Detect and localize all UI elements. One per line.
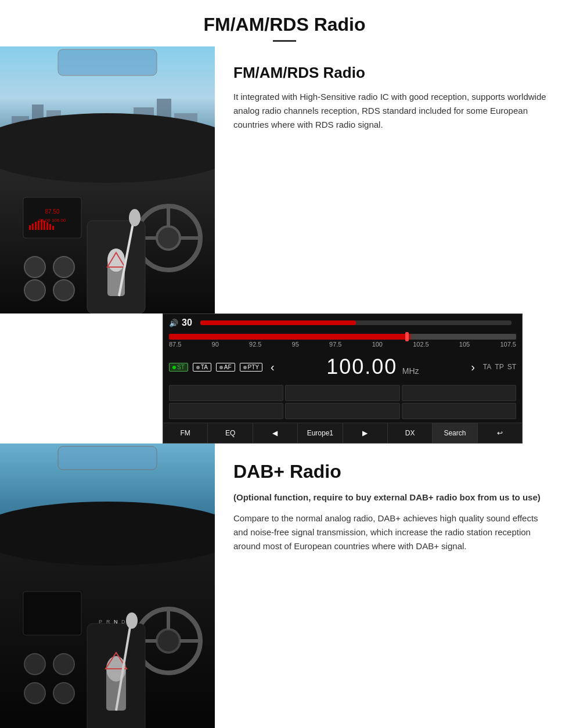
dab-section: P R N D DAB+ Radio (Optional function, r… — [0, 444, 569, 728]
freq-unit: MHz — [402, 366, 419, 376]
preset-4[interactable] — [169, 403, 283, 419]
svg-text:98.00 106.00: 98.00 106.00 — [39, 218, 66, 223]
fm-description: It integrated with High-Sensitive radio … — [233, 90, 550, 132]
right-badges: TA TP ST — [483, 363, 516, 371]
st-badge[interactable]: ST — [169, 363, 188, 372]
next-btn[interactable]: ▶ — [343, 423, 388, 443]
tp-badge: TP — [495, 363, 503, 371]
search-btn[interactable]: Search — [433, 423, 477, 443]
freq-slider[interactable]: 87.59092.59597.5 100102.5105107.5 — [163, 331, 522, 352]
eq-btn[interactable]: EQ — [208, 423, 253, 443]
car-photo: 87.50 98.00 106.00 — [0, 46, 215, 313]
preset-grid — [163, 381, 522, 423]
freq-prev-btn[interactable]: ‹ — [267, 361, 278, 374]
svg-rect-27 — [46, 222, 48, 230]
preset-3[interactable] — [402, 385, 516, 401]
preset-2[interactable] — [285, 385, 399, 401]
st-right-badge: ST — [507, 363, 516, 371]
dab-info-panel: DAB+ Radio (Optional function, require t… — [215, 444, 569, 728]
fm-btn[interactable]: FM — [163, 423, 208, 443]
radio-controls: ST TA AF PTY ‹ 100.00 MHz › TA TP ST — [163, 352, 522, 381]
svg-point-49 — [24, 654, 45, 675]
svg-rect-26 — [44, 221, 45, 230]
svg-point-50 — [53, 654, 74, 675]
freq-next-btn[interactable]: › — [467, 361, 478, 374]
svg-text:P: P — [99, 619, 102, 625]
svg-rect-21 — [29, 225, 31, 230]
svg-point-42 — [157, 629, 180, 653]
svg-point-11 — [157, 226, 180, 250]
page-header: FM/AM/RDS Radio — [0, 0, 569, 46]
prev-btn[interactable]: ◀ — [253, 423, 298, 443]
svg-rect-25 — [41, 219, 42, 230]
dab-optional-note: (Optional function, require to buy exter… — [233, 491, 550, 504]
volume-number: 30 — [182, 318, 192, 328]
svg-text:D: D — [121, 619, 125, 625]
svg-point-30 — [24, 257, 45, 277]
fm-info-panel: FM/AM/RDS Radio It integrated with High-… — [215, 46, 569, 313]
back-btn[interactable]: ↩ — [478, 423, 522, 443]
fm-heading: FM/AM/RDS Radio — [233, 64, 550, 82]
radio-toolbar: FM EQ ◀ Europe1 ▶ DX Search ↩ — [163, 423, 522, 443]
svg-point-39 — [0, 502, 215, 565]
pty-badge[interactable]: PTY — [240, 363, 262, 372]
freq-display: 100.00 MHz — [283, 355, 463, 379]
svg-rect-1 — [58, 49, 157, 75]
svg-rect-40 — [58, 446, 157, 470]
dab-description: Compare to the normal analog radio, DAB+… — [233, 511, 550, 553]
freq-labels: 87.59092.59597.5 100102.5105107.5 — [169, 340, 516, 349]
car-photo-2: P R N D — [0, 444, 215, 728]
europe1-btn[interactable]: Europe1 — [298, 423, 343, 443]
svg-point-31 — [53, 257, 74, 277]
svg-point-36 — [129, 209, 141, 226]
svg-point-60 — [126, 612, 138, 629]
svg-rect-53 — [23, 592, 81, 635]
title-divider — [273, 40, 296, 42]
svg-rect-23 — [35, 222, 37, 230]
svg-point-32 — [24, 280, 45, 301]
svg-rect-28 — [49, 224, 51, 230]
svg-point-33 — [53, 280, 74, 301]
radio-screenshot: 🔊 30 87.59092.59597.5 100102.5105107.5 S… — [163, 313, 523, 444]
af-badge[interactable]: AF — [216, 363, 235, 372]
svg-rect-22 — [32, 224, 34, 230]
svg-point-51 — [24, 683, 45, 704]
freq-value: 100.00 — [326, 355, 397, 379]
svg-point-52 — [53, 683, 74, 704]
fm-section: 87.50 98.00 106.00 — [0, 46, 569, 444]
svg-point-9 — [0, 113, 215, 183]
ta-right-badge: TA — [483, 363, 491, 371]
svg-rect-29 — [52, 226, 54, 230]
svg-text:87.50: 87.50 — [45, 208, 59, 215]
volume-icon: 🔊 — [169, 319, 178, 327]
dab-heading: DAB+ Radio — [233, 461, 550, 482]
svg-text:R: R — [106, 619, 110, 625]
dx-btn[interactable]: DX — [388, 423, 433, 443]
svg-rect-24 — [38, 221, 39, 230]
radio-top-bar: 🔊 30 — [163, 314, 522, 331]
car-interior: 87.50 98.00 106.00 — [0, 46, 215, 313]
svg-text:N: N — [114, 619, 118, 625]
preset-6[interactable] — [402, 403, 516, 419]
ta-badge[interactable]: TA — [193, 363, 211, 372]
page-title: FM/AM/RDS Radio — [12, 14, 557, 35]
preset-5[interactable] — [285, 403, 399, 419]
preset-1[interactable] — [169, 385, 283, 401]
